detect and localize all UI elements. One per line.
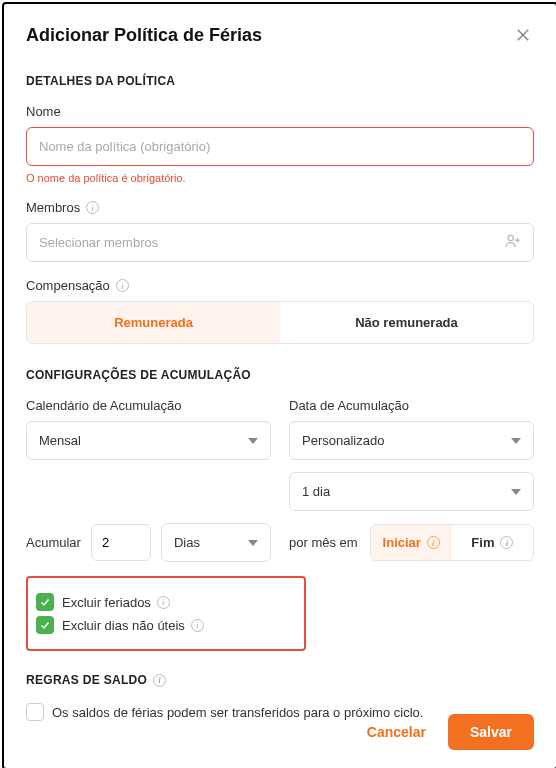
add-user-icon[interactable] <box>504 232 522 254</box>
chevron-down-icon <box>511 438 521 444</box>
modal-footer: Cancelar Salvar <box>359 714 534 750</box>
save-button[interactable]: Salvar <box>448 714 534 750</box>
exclude-holidays-row[interactable]: Excluir feriados i <box>36 593 294 611</box>
svg-point-2 <box>508 235 513 240</box>
accrue-amount-input[interactable] <box>91 524 151 561</box>
members-input[interactable] <box>26 223 534 262</box>
exclude-options-highlight: Excluir feriados i Excluir dias não útei… <box>26 576 306 651</box>
balance-rules-heading: REGRAS DE SALDO i <box>26 673 534 687</box>
compensation-paid-button[interactable]: Remunerada <box>27 302 280 343</box>
timing-start-button[interactable]: Iniciar i <box>371 525 452 560</box>
chevron-down-icon <box>248 438 258 444</box>
members-label: Membros i <box>26 200 534 215</box>
timing-segment: Iniciar i Fim i <box>370 524 534 561</box>
modal-header: Adicionar Política de Férias <box>26 24 534 46</box>
info-icon[interactable]: i <box>500 536 513 549</box>
exclude-nonworking-label: Excluir dias não úteis <box>62 618 185 633</box>
info-icon[interactable]: i <box>153 674 166 687</box>
exclude-nonworking-row[interactable]: Excluir dias não úteis i <box>36 616 294 634</box>
accrual-date-label: Data de Acumulação <box>289 398 534 413</box>
close-icon[interactable] <box>512 24 534 46</box>
per-month-label: por mês em <box>289 535 358 550</box>
cancel-button[interactable]: Cancelar <box>359 714 434 750</box>
exclude-holidays-checkbox[interactable] <box>36 593 54 611</box>
info-icon[interactable]: i <box>427 536 440 549</box>
modal-title: Adicionar Política de Férias <box>26 25 262 46</box>
name-error: O nome da política é obrigatório. <box>26 172 534 184</box>
add-vacation-policy-modal: Adicionar Política de Férias DETALHES DA… <box>2 2 556 768</box>
accrual-schedule-label: Calendário de Acumulação <box>26 398 271 413</box>
timing-end-button[interactable]: Fim i <box>452 525 533 560</box>
info-icon[interactable]: i <box>191 619 204 632</box>
accrual-settings-heading: CONFIGURAÇÕES DE ACUMULAÇÃO <box>26 368 534 382</box>
name-label: Nome <box>26 104 534 119</box>
accrual-schedule-select[interactable]: Mensal <box>26 421 271 460</box>
chevron-down-icon <box>511 489 521 495</box>
accrue-label: Acumular <box>26 535 81 550</box>
carryover-checkbox[interactable] <box>26 703 44 721</box>
accrual-day-select[interactable]: 1 dia <box>289 472 534 511</box>
exclude-nonworking-checkbox[interactable] <box>36 616 54 634</box>
exclude-holidays-label: Excluir feriados <box>62 595 151 610</box>
compensation-segment: Remunerada Não remunerada <box>26 301 534 344</box>
accrue-unit-select[interactable]: Dias <box>161 523 271 562</box>
chevron-down-icon <box>248 540 258 546</box>
policy-details-heading: DETALHES DA POLÍTICA <box>26 74 534 88</box>
name-input[interactable] <box>26 127 534 166</box>
compensation-label: Compensação i <box>26 278 534 293</box>
accrual-date-select[interactable]: Personalizado <box>289 421 534 460</box>
compensation-unpaid-button[interactable]: Não remunerada <box>280 302 533 343</box>
info-icon[interactable]: i <box>116 279 129 292</box>
info-icon[interactable]: i <box>157 596 170 609</box>
info-icon[interactable]: i <box>86 201 99 214</box>
